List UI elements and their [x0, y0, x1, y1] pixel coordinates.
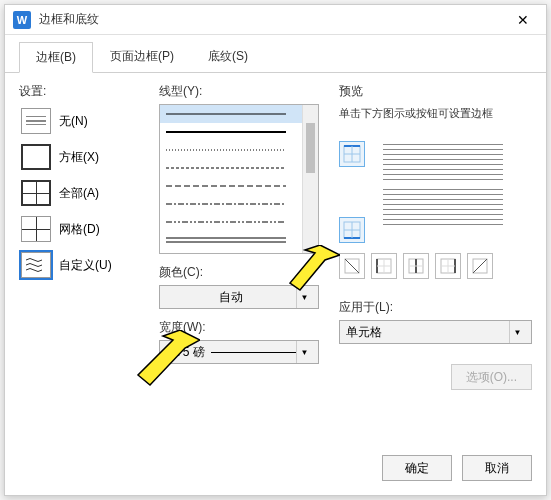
linestyle-label: 线型(Y): — [159, 83, 319, 100]
width-value: 0.75 磅 — [166, 344, 205, 361]
cancel-button[interactable]: 取消 — [462, 455, 532, 481]
app-icon: W — [13, 11, 31, 29]
width-dropdown[interactable]: 0.75 磅 ▼ — [159, 340, 319, 364]
tab-page-borders[interactable]: 页面边框(P) — [93, 41, 191, 72]
applyto-dropdown[interactable]: 单元格 ▼ — [339, 320, 532, 344]
tab-shading[interactable]: 底纹(S) — [191, 41, 265, 72]
preview-canvas — [373, 131, 513, 241]
preview-hint: 单击下方图示或按钮可设置边框 — [339, 106, 532, 121]
none-icon — [21, 108, 51, 134]
linestyle-item[interactable] — [160, 213, 318, 231]
all-icon — [21, 180, 51, 206]
linestyle-item[interactable] — [160, 177, 318, 195]
border-diag-down-button[interactable] — [339, 253, 365, 279]
border-left-button[interactable] — [371, 253, 397, 279]
linestyle-item[interactable] — [160, 159, 318, 177]
border-diag-up-button[interactable] — [467, 253, 493, 279]
box-icon — [21, 144, 51, 170]
setting-none[interactable]: 无(N) — [19, 106, 149, 136]
grid-icon — [21, 216, 51, 242]
settings-label: 设置: — [19, 83, 149, 100]
linestyle-item[interactable] — [160, 123, 318, 141]
applyto-label: 应用于(L): — [339, 299, 532, 316]
width-sample-icon — [211, 352, 296, 353]
content: 设置: 无(N) 方框(X) 全部(A) 网格(D) — [5, 73, 546, 500]
preview-label: 预览 — [339, 83, 532, 100]
applyto-value: 单元格 — [346, 324, 509, 341]
setting-grid[interactable]: 网格(D) — [19, 214, 149, 244]
color-label: 颜色(C): — [159, 264, 319, 281]
linestyle-item[interactable] — [160, 231, 318, 249]
setting-label: 全部(A) — [59, 185, 99, 202]
color-dropdown[interactable]: 自动 ▼ — [159, 285, 319, 309]
setting-label: 自定义(U) — [59, 257, 112, 274]
chevron-down-icon: ▼ — [296, 286, 312, 308]
ok-button[interactable]: 确定 — [382, 455, 452, 481]
setting-label: 网格(D) — [59, 221, 100, 238]
border-top-button[interactable] — [339, 141, 365, 167]
preview-cell — [383, 189, 503, 229]
tab-borders[interactable]: 边框(B) — [19, 42, 93, 73]
close-button[interactable]: ✕ — [508, 5, 538, 35]
setting-label: 方框(X) — [59, 149, 99, 166]
width-label: 宽度(W): — [159, 319, 319, 336]
svg-line-31 — [473, 259, 487, 273]
linestyle-scrollbar[interactable] — [302, 105, 318, 253]
borders-dialog: W 边框和底纹 ✕ 边框(B) 页面边框(P) 底纹(S) 设置: 无(N) 方… — [4, 4, 547, 496]
setting-box[interactable]: 方框(X) — [19, 142, 149, 172]
border-right-button[interactable] — [435, 253, 461, 279]
preview-cell — [383, 144, 503, 184]
border-inner-v-button[interactable] — [403, 253, 429, 279]
linestyle-item[interactable] — [160, 141, 318, 159]
linestyle-item[interactable] — [160, 105, 318, 123]
chevron-down-icon: ▼ — [509, 321, 525, 343]
options-button: 选项(O)... — [451, 364, 532, 390]
setting-label: 无(N) — [59, 113, 88, 130]
window-title: 边框和底纹 — [39, 11, 508, 28]
linestyle-item[interactable] — [160, 195, 318, 213]
setting-all[interactable]: 全部(A) — [19, 178, 149, 208]
svg-line-18 — [345, 259, 359, 273]
titlebar: W 边框和底纹 ✕ — [5, 5, 546, 35]
border-bottom-button[interactable] — [339, 217, 365, 243]
setting-custom[interactable]: 自定义(U) — [19, 250, 149, 280]
color-value: 自动 — [166, 289, 296, 306]
custom-icon — [21, 252, 51, 278]
linestyle-list[interactable] — [159, 104, 319, 254]
tab-bar: 边框(B) 页面边框(P) 底纹(S) — [5, 35, 546, 73]
chevron-down-icon: ▼ — [296, 341, 312, 363]
